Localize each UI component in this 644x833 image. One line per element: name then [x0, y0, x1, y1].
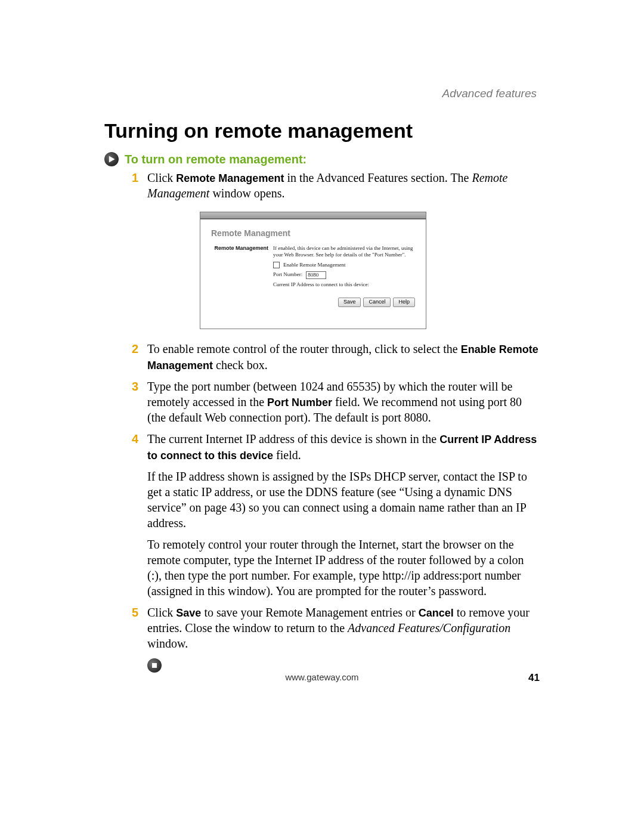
panel-title: Remote Managment: [211, 228, 415, 239]
text: window opens.: [212, 187, 284, 200]
section-title: Turning on remote management: [104, 119, 540, 143]
howto-row: To turn on remote management:: [104, 152, 540, 166]
screenshot-figure: Remote Managment Remote Management If en…: [200, 212, 426, 329]
footer-url: www.gateway.com: [104, 672, 540, 682]
step-1: Click Remote Management in the Advanced …: [134, 170, 540, 329]
help-button[interactable]: Help: [393, 298, 415, 307]
port-number-field[interactable]: 8080: [306, 271, 326, 279]
cancel-button[interactable]: Cancel: [363, 298, 391, 307]
text: check box.: [216, 358, 268, 371]
current-ip-label: Current IP Address to connect to this de…: [273, 281, 369, 289]
body-paragraph: If the IP address shown is assigned by t…: [147, 469, 540, 531]
text: Click: [147, 606, 176, 619]
step-2: To enable remote control of the router t…: [134, 341, 540, 373]
ui-term: Save: [176, 607, 201, 619]
text: Click: [147, 171, 176, 184]
ui-term: Cancel: [419, 607, 454, 619]
ui-term: Port Number: [267, 397, 332, 408]
play-icon: [104, 152, 119, 166]
step-3: Type the port number (between 1024 and 6…: [134, 379, 540, 425]
page: Advanced features Turning on remote mana…: [0, 0, 644, 833]
body-paragraph: To remotely control your router through …: [147, 537, 540, 599]
svg-rect-1: [152, 663, 157, 668]
window-name: Advanced Features/Configuration: [348, 621, 510, 634]
save-button[interactable]: Save: [338, 298, 361, 307]
page-footer: www.gateway.com 41: [104, 672, 540, 684]
step-4: The current Internet IP address of this …: [134, 431, 540, 599]
steps-list: Click Remote Management in the Advanced …: [104, 170, 540, 651]
enable-remote-management-label: Enable Remote Management: [283, 262, 345, 269]
stop-icon: [147, 658, 162, 673]
port-number-label: Port Number:: [273, 271, 302, 278]
running-head: Advanced features: [442, 87, 537, 100]
text: The current Internet IP address of this …: [147, 432, 439, 445]
howto-heading: To turn on remote management:: [125, 153, 306, 166]
text: To enable remote control of the router t…: [147, 342, 461, 355]
svg-marker-0: [109, 156, 115, 162]
text: field.: [276, 448, 301, 462]
screenshot-content: Remote Managment Remote Management If en…: [200, 219, 426, 318]
row-label: Remote Management: [211, 245, 268, 289]
row-description: If enabled, this device can be administe…: [273, 245, 415, 259]
button-row: Save Cancel Help: [211, 298, 415, 307]
text: to save your Remote Management entries o…: [204, 606, 418, 619]
text: window.: [147, 637, 188, 650]
ui-term: Remote Management: [176, 172, 284, 184]
step-5: Click Save to save your Remote Managemen…: [134, 605, 540, 651]
screenshot-window: Remote Managment Remote Management If en…: [200, 212, 426, 329]
enable-remote-management-checkbox[interactable]: [273, 262, 280, 268]
screenshot-tabbar: [200, 212, 426, 219]
text: in the Advanced Features section. The: [287, 171, 472, 184]
